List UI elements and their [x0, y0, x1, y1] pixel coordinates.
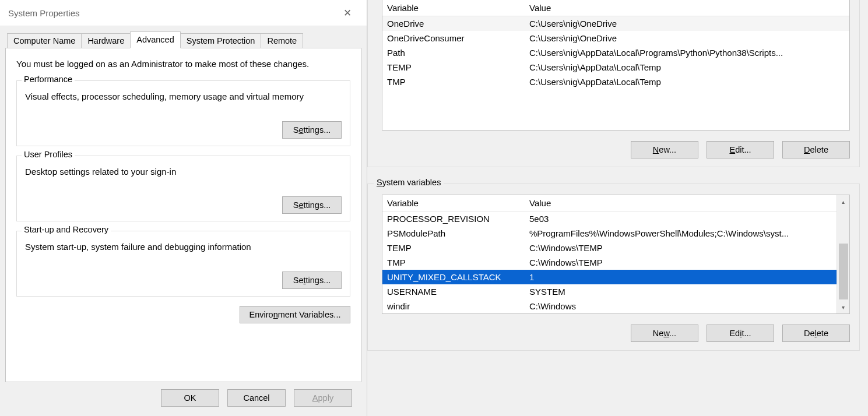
column-header-variable[interactable]: Variable: [382, 0, 525, 16]
var-name: Path: [382, 45, 525, 60]
var-value: SYSTEM: [525, 284, 837, 299]
tab-pane-advanced: You must be logged on as an Administrato…: [5, 48, 361, 382]
user-variables-table-wrap: Variable Value OneDriveC:\Users\nig\OneD…: [382, 0, 850, 131]
environment-variables-window: Variable Value OneDriveC:\Users\nig\OneD…: [367, 0, 868, 416]
column-header-value[interactable]: Value: [525, 195, 837, 211]
table-row[interactable]: PathC:\Users\nig\AppData\Local\Programs\…: [382, 45, 849, 60]
sys-new-button[interactable]: New...: [631, 325, 698, 342]
user-edit-button[interactable]: Edit...: [707, 141, 774, 158]
var-name: OneDriveConsumer: [382, 31, 525, 45]
user-delete-button[interactable]: Delete: [782, 141, 850, 158]
var-name: UNITY_MIXED_CALLSTACK: [382, 270, 525, 284]
scrollbar[interactable]: ▴ ▾: [837, 195, 849, 313]
window-title: System Properties: [8, 8, 80, 18]
system-variables-group: System variables Variable Value PROCESSO…: [367, 184, 860, 351]
column-header-value[interactable]: Value: [525, 0, 849, 16]
sys-delete-button[interactable]: Delete: [782, 325, 850, 342]
system-variables-table-wrap: Variable Value PROCESSOR_REVISION5e03PSM…: [382, 195, 850, 314]
dialog-button-row: OK Cancel Apply: [5, 382, 361, 409]
var-value: C:\Windows\TEMP: [525, 255, 837, 270]
var-value: C:\Windows: [525, 299, 837, 313]
sys-var-button-row: New... Edit... Delete: [382, 325, 850, 342]
table-row[interactable]: UNITY_MIXED_CALLSTACK1: [382, 270, 837, 284]
admin-note: You must be logged on as an Administrato…: [16, 59, 350, 69]
tab-computer-name[interactable]: Computer Name: [7, 33, 82, 48]
table-row[interactable]: USERNAMESYSTEM: [382, 284, 837, 299]
dialog-body: Computer Name Hardware Advanced System P…: [0, 26, 367, 416]
var-name: TEMP: [382, 60, 525, 75]
group-user-profiles: User Profiles Desktop settings related t…: [16, 156, 350, 221]
user-profiles-settings-button[interactable]: Settings...: [282, 196, 342, 214]
titlebar: System Properties ✕: [0, 0, 367, 26]
var-value: 1: [525, 270, 837, 284]
table-row[interactable]: PROCESSOR_REVISION5e03: [382, 211, 837, 227]
tab-remote[interactable]: Remote: [261, 33, 303, 48]
table-row[interactable]: TEMPC:\Users\nig\AppData\Local\Temp: [382, 60, 849, 75]
var-value: C:\Users\nig\OneDrive: [525, 16, 849, 31]
group-legend: Performance: [22, 75, 75, 84]
sys-edit-button[interactable]: Edit...: [707, 325, 774, 342]
table-row[interactable]: OneDriveConsumerC:\Users\nig\OneDrive: [382, 31, 849, 45]
table-row[interactable]: TMPC:\Users\nig\AppData\Local\Temp: [382, 75, 849, 89]
user-variables-table[interactable]: Variable Value OneDriveC:\Users\nig\OneD…: [382, 0, 849, 89]
var-name: PSModulePath: [382, 226, 525, 241]
table-row[interactable]: TEMPC:\Windows\TEMP: [382, 241, 837, 255]
var-name: USERNAME: [382, 284, 525, 299]
close-icon[interactable]: ✕: [339, 5, 356, 22]
var-value: 5e03: [525, 211, 837, 227]
environment-variables-button[interactable]: Environment Variables...: [240, 306, 350, 323]
apply-button[interactable]: Apply: [294, 389, 352, 407]
var-name: TMP: [382, 75, 525, 89]
performance-settings-button[interactable]: Settings...: [282, 121, 342, 139]
system-variables-legend: System variables: [374, 178, 444, 187]
var-value: C:\Windows\TEMP: [525, 241, 837, 255]
cancel-button[interactable]: Cancel: [227, 389, 286, 407]
group-legend: Start-up and Recovery: [22, 225, 111, 234]
var-value: C:\Users\nig\OneDrive: [525, 31, 849, 45]
table-row[interactable]: OneDriveC:\Users\nig\OneDrive: [382, 16, 849, 31]
var-name: OneDrive: [382, 16, 525, 31]
table-row[interactable]: windirC:\Windows: [382, 299, 837, 313]
ok-button[interactable]: OK: [161, 389, 219, 407]
scroll-thumb[interactable]: [839, 244, 848, 299]
tab-strip: Computer Name Hardware Advanced System P…: [7, 31, 361, 48]
var-value: C:\Users\nig\AppData\Local\Temp: [525, 60, 849, 75]
var-name: TEMP: [382, 241, 525, 255]
system-properties-window: System Properties ✕ Computer Name Hardwa…: [0, 0, 367, 416]
column-header-variable[interactable]: Variable: [382, 195, 525, 211]
var-value: %ProgramFiles%\WindowsPowerShell\Modules…: [525, 226, 837, 241]
var-name: windir: [382, 299, 525, 313]
group-legend: User Profiles: [22, 150, 75, 159]
var-name: TMP: [382, 255, 525, 270]
group-desc: Visual effects, processor scheduling, me…: [25, 91, 342, 101]
var-name: PROCESSOR_REVISION: [382, 211, 525, 227]
scroll-up-icon[interactable]: ▴: [837, 195, 850, 208]
tab-hardware[interactable]: Hardware: [81, 33, 131, 48]
table-row[interactable]: PSModulePath%ProgramFiles%\WindowsPowerS…: [382, 226, 837, 241]
user-variables-group: Variable Value OneDriveC:\Users\nig\OneD…: [367, 0, 860, 167]
startup-settings-button[interactable]: Settings...: [282, 272, 342, 289]
group-desc: Desktop settings related to your sign-in: [25, 167, 342, 177]
table-row[interactable]: TMPC:\Windows\TEMP: [382, 255, 837, 270]
group-startup-recovery: Start-up and Recovery System start-up, s…: [16, 231, 350, 297]
tab-system-protection[interactable]: System Protection: [180, 33, 262, 48]
scroll-down-icon[interactable]: ▾: [837, 301, 850, 313]
var-value: C:\Users\nig\AppData\Local\Programs\Pyth…: [525, 45, 849, 60]
user-var-button-row: New... Edit... Delete: [382, 141, 850, 158]
system-variables-table[interactable]: Variable Value PROCESSOR_REVISION5e03PSM…: [382, 195, 837, 313]
group-performance: Performance Visual effects, processor sc…: [16, 80, 350, 146]
tab-advanced[interactable]: Advanced: [130, 31, 181, 48]
user-new-button[interactable]: New...: [631, 141, 698, 158]
var-value: C:\Users\nig\AppData\Local\Temp: [525, 75, 849, 89]
group-desc: System start-up, system failure and debu…: [25, 242, 342, 252]
